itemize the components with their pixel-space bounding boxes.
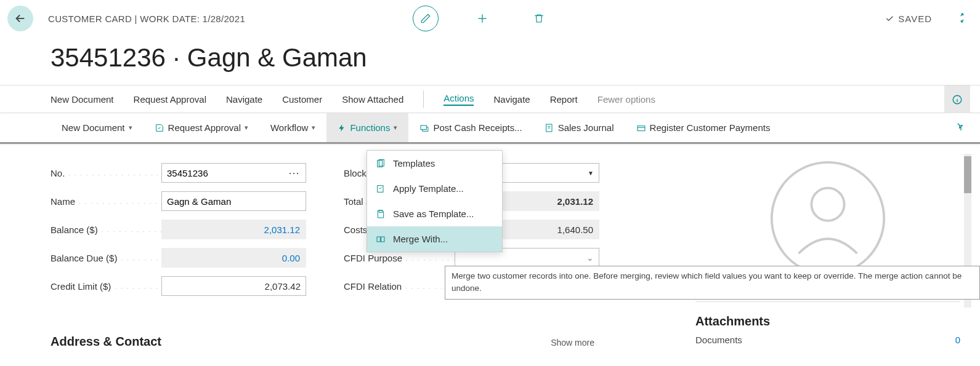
templates-icon	[376, 159, 387, 169]
actionbar: New Document▾ Request Approval▾ Workflow…	[0, 113, 980, 144]
pin-icon[interactable]	[955, 121, 966, 134]
chevron-down-icon: ⌄	[586, 253, 594, 263]
back-button[interactable]	[7, 6, 33, 31]
payments-icon	[636, 123, 646, 133]
documents-label: Documents	[695, 335, 742, 345]
svg-rect-9	[381, 237, 384, 242]
delete-button[interactable]	[526, 6, 552, 31]
lookup-icon[interactable]: ⋯	[288, 166, 301, 180]
chevron-down-icon: ▾	[394, 124, 397, 132]
dropdown-templates[interactable]: Templates	[367, 151, 502, 176]
chevron-down-icon: ▾	[245, 124, 248, 132]
field-balance[interactable]: 2,031.12	[161, 220, 306, 239]
save-icon	[376, 209, 387, 219]
customer-avatar	[769, 160, 886, 277]
menu-customer[interactable]: Customer	[282, 94, 322, 105]
form-left-column: No. ⋯ Name Balance ($) 2,031.12 Balance …	[51, 162, 309, 304]
menubar: New Document Request Approval Navigate C…	[0, 85, 980, 113]
apply-template-icon	[376, 184, 387, 194]
dropdown-arrow-icon: ▼	[588, 170, 594, 177]
functions-dropdown: Templates Apply Template... Save as Temp…	[366, 150, 503, 252]
field-balance-due[interactable]: 0.00	[161, 248, 306, 268]
action-post-cash-receipts[interactable]: Post Cash Receipts...	[408, 113, 533, 142]
svg-rect-1	[421, 125, 426, 130]
info-icon[interactable]	[944, 86, 970, 114]
chevron-down-icon: ▾	[312, 124, 315, 132]
field-name[interactable]	[161, 191, 306, 211]
show-more-link[interactable]: Show more	[551, 338, 594, 348]
approval-icon	[155, 123, 164, 133]
field-credit-limit[interactable]: 2,073.42	[161, 276, 306, 296]
label-cfdi-relation: CFDI Relation	[344, 281, 455, 292]
svg-point-11	[811, 188, 844, 221]
merge-tooltip: Merge two customer records into one. Bef…	[445, 266, 980, 300]
menu-actions[interactable]: Actions	[443, 93, 474, 106]
action-request-approval[interactable]: Request Approval▾	[144, 113, 259, 142]
menu-show-attached[interactable]: Show Attached	[342, 94, 403, 105]
chevron-down-icon: ▾	[129, 124, 132, 132]
menu-separator	[423, 90, 424, 108]
lightning-icon	[338, 124, 346, 132]
menu-navigate-2[interactable]: Navigate	[493, 94, 530, 105]
journal-icon	[545, 123, 554, 133]
dropdown-apply-template[interactable]: Apply Template...	[367, 176, 502, 201]
action-functions[interactable]: Functions▾	[326, 113, 408, 142]
menu-report[interactable]: Report	[550, 94, 578, 105]
cash-icon	[419, 123, 429, 133]
attachments-title: Attachments	[695, 301, 960, 328]
label-no: No.	[51, 168, 161, 178]
page-title: 35451236 · Gagn & Gaman	[0, 37, 980, 85]
action-workflow[interactable]: Workflow▾	[259, 113, 326, 142]
svg-rect-7	[379, 210, 382, 212]
factbox-pane: Attachments Documents 0	[695, 160, 960, 345]
svg-rect-3	[638, 125, 645, 130]
section-address-contact[interactable]: Address & Contact	[51, 335, 161, 349]
edit-button[interactable]	[413, 6, 439, 31]
saved-indicator: SAVED	[885, 14, 932, 24]
svg-point-10	[772, 162, 884, 274]
input-name[interactable]	[167, 196, 301, 207]
merge-icon	[376, 234, 387, 244]
breadcrumb: CUSTOMER CARD | WORK DATE: 1/28/2021	[48, 14, 245, 24]
label-balance: Balance ($)	[51, 225, 161, 235]
label-balance-due: Balance Due ($)	[51, 253, 161, 263]
label-credit-limit: Credit Limit ($)	[51, 281, 161, 292]
dropdown-merge-with[interactable]: Merge With...	[367, 226, 502, 252]
label-cfdi-purpose: CFDI Purpose	[344, 253, 455, 263]
menu-new-document[interactable]: New Document	[51, 94, 114, 105]
documents-count[interactable]: 0	[955, 335, 960, 345]
svg-rect-8	[377, 237, 380, 242]
menu-fewer-options[interactable]: Fewer options	[597, 94, 655, 105]
action-sales-journal[interactable]: Sales Journal	[533, 113, 625, 142]
new-button[interactable]	[469, 6, 495, 31]
dropdown-save-template[interactable]: Save as Template...	[367, 201, 502, 226]
action-register-payments[interactable]: Register Customer Payments	[625, 113, 782, 142]
scrollbar-thumb[interactable]	[964, 156, 971, 193]
collapse-icon[interactable]	[957, 12, 968, 25]
menu-navigate[interactable]: Navigate	[226, 94, 262, 105]
menu-request-approval[interactable]: Request Approval	[134, 94, 206, 105]
field-no[interactable]: ⋯	[161, 163, 306, 183]
input-no[interactable]	[167, 168, 288, 178]
action-new-document[interactable]: New Document▾	[51, 113, 144, 142]
label-name: Name	[51, 196, 161, 207]
